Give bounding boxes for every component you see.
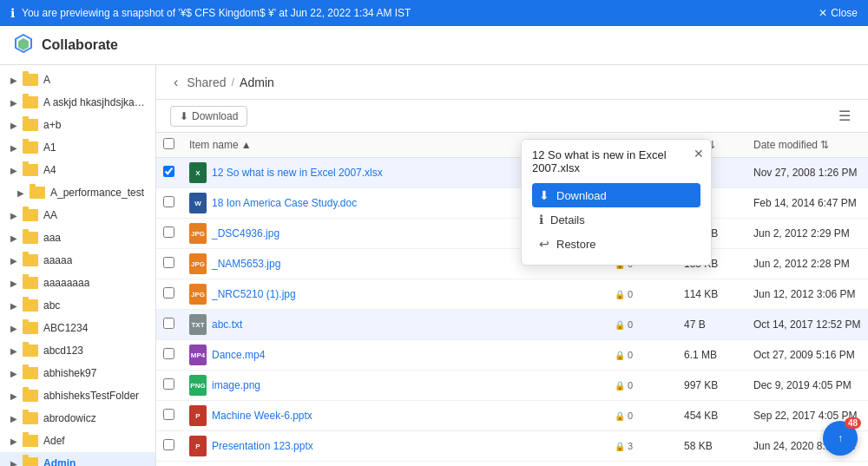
file-name[interactable]: Dance.mp4 xyxy=(212,349,265,361)
expand-icon[interactable]: ▶ xyxy=(5,98,23,108)
sidebar-item-abc1234[interactable]: ▶ABC1234 xyxy=(0,317,155,339)
breadcrumb-back-button[interactable]: ‹ xyxy=(170,75,181,90)
folder-icon xyxy=(23,254,38,266)
file-name[interactable]: image.png xyxy=(212,379,260,391)
file-size: 6.1 MB xyxy=(677,340,746,371)
file-name[interactable]: 12 So what is new in Excel 2007.xlsx xyxy=(212,167,383,179)
action-label: Details xyxy=(550,213,585,226)
folder-icon xyxy=(23,119,38,131)
file-type-icon: X xyxy=(189,162,207,183)
row-checkbox[interactable] xyxy=(163,226,174,238)
file-type-icon: PNG xyxy=(189,375,207,396)
file-name[interactable]: _NAM5653.jpg xyxy=(212,258,280,270)
breadcrumb-current: Admin xyxy=(240,75,274,89)
folder-icon xyxy=(23,367,38,379)
expand-icon[interactable]: ▶ xyxy=(5,211,23,220)
table-row[interactable]: MP4Dance.mp4🔒06.1 MBOct 27, 2009 5:16 PM xyxy=(156,340,868,371)
view-toggle: ☰ xyxy=(835,106,854,126)
folder-icon xyxy=(23,277,38,289)
select-all-checkbox[interactable] xyxy=(163,138,174,149)
row-checkbox[interactable] xyxy=(163,439,174,450)
banner-text: You are previewing a snapshot of '¥$ CFS… xyxy=(22,7,812,19)
table-row[interactable]: PPresentation 123.pptx🔒358 KBJun 24, 202… xyxy=(156,431,868,462)
expand-icon[interactable]: ▶ xyxy=(5,369,23,378)
file-name[interactable]: _NRC5210 (1).jpg xyxy=(212,288,296,300)
expand-icon[interactable]: ▶ xyxy=(5,256,23,266)
expand-icon[interactable]: ▶ xyxy=(12,188,30,198)
date-sort-icon: ⇅ xyxy=(820,139,829,151)
table-row[interactable]: PNGimage.png🔒0997 KBDec 9, 2019 4:05 PM xyxy=(156,371,868,401)
popup-action-details[interactable]: ℹDetails xyxy=(532,207,700,232)
expand-icon[interactable]: ▶ xyxy=(5,346,23,356)
restore-icon: ↩ xyxy=(539,237,549,251)
expand-icon[interactable]: ▶ xyxy=(5,324,23,333)
file-name[interactable]: 18 Ion America Case Study.doc xyxy=(212,197,357,209)
expand-icon[interactable]: ▶ xyxy=(5,414,23,423)
row-checkbox[interactable] xyxy=(163,196,174,207)
sidebar-item-a4[interactable]: ▶A4 xyxy=(0,159,155,181)
popup-close-button[interactable]: ✕ xyxy=(694,147,704,161)
expand-icon[interactable]: ▶ xyxy=(5,436,23,446)
expand-icon[interactable]: ▶ xyxy=(5,75,23,85)
expand-icon[interactable]: ▶ xyxy=(5,279,23,288)
table-row[interactable]: PNGScreen Shot 2019-12-09 at 1.57.33 PM.… xyxy=(156,462,868,467)
download-button[interactable]: ⬇ Download xyxy=(170,106,247,127)
table-row[interactable]: JPG_NAM5653.jpg🔒0135 KBJun 2, 2012 2:28 … xyxy=(156,249,868,279)
sidebar-item-a_askjd_hkasjhdsjkaghs[interactable]: ▶A askjd hkasjhdsjkaghs xyxy=(0,91,155,114)
table-row[interactable]: JPG_NRC5210 (1).jpg🔒0114 KBJun 12, 2012 … xyxy=(156,279,868,310)
file-size: 47 B xyxy=(677,310,746,340)
upload-badge[interactable]: ↑ 48 xyxy=(823,421,858,456)
row-checkbox[interactable] xyxy=(163,348,174,359)
table-row[interactable]: X12 So what is new in Excel 2007.xlsx🔒02… xyxy=(156,158,868,188)
file-name[interactable]: Machine Week-6.pptx xyxy=(212,410,312,422)
sidebar-item-a+b[interactable]: ▶a+b xyxy=(0,114,155,136)
expand-icon[interactable]: ▶ xyxy=(5,391,23,401)
date-col-header[interactable]: Date modified⇅ xyxy=(746,133,868,158)
popup-action-download[interactable]: ⬇Download xyxy=(532,183,700,207)
sidebar-item-abc[interactable]: ▶abc xyxy=(0,294,155,317)
row-checkbox[interactable] xyxy=(163,287,174,299)
sidebar-item-abrodowicz[interactable]: ▶abrodowicz xyxy=(0,407,155,430)
expand-icon[interactable]: ▶ xyxy=(5,121,23,130)
expand-icon[interactable]: ▶ xyxy=(5,233,23,243)
sidebar-item-abhishekstestfolder[interactable]: ▶abhisheksTestFolder xyxy=(0,384,155,407)
folder-icon xyxy=(23,141,38,154)
table-row[interactable]: JPG_DSC4936.jpg🔒0118 KBJun 2, 2012 2:29 … xyxy=(156,219,868,249)
popup-action-restore[interactable]: ↩Restore xyxy=(532,232,700,256)
expand-icon[interactable]: ▶ xyxy=(5,459,23,467)
row-checkbox[interactable] xyxy=(163,166,174,177)
list-view-button[interactable]: ☰ xyxy=(835,106,854,126)
breadcrumb-shared[interactable]: Shared xyxy=(187,75,226,89)
sidebar-item-abcd123[interactable]: ▶abcd123 xyxy=(0,339,155,362)
expand-icon[interactable]: ▶ xyxy=(5,143,23,153)
sidebar-item-aa[interactable]: ▶AA xyxy=(0,204,155,226)
table-row[interactable]: TXTabc.txt🔒047 BOct 14, 2017 12:52 PM xyxy=(156,310,868,340)
sidebar-item-adef[interactable]: ▶Adef xyxy=(0,430,155,452)
sidebar-item-a1[interactable]: ▶A1 xyxy=(0,136,155,159)
file-name[interactable]: abc.txt xyxy=(212,318,242,331)
sidebar-item-label: A4 xyxy=(43,164,56,176)
expand-icon[interactable]: ▶ xyxy=(5,301,23,311)
content-area: ‹ Shared / Admin ⬇ Download ☰ xyxy=(156,65,868,466)
sidebar-item-aaa[interactable]: ▶aaa xyxy=(0,226,155,249)
file-name[interactable]: Presentation 123.pptx xyxy=(212,440,313,452)
row-checkbox[interactable] xyxy=(163,318,174,329)
sidebar-item-aaaaa[interactable]: ▶aaaaa xyxy=(0,249,155,272)
table-row[interactable]: W18 Ion America Case Study.doc🔒024 KBFeb… xyxy=(156,188,868,219)
sidebar-item-a_performance_test[interactable]: ▶A_performance_test xyxy=(0,181,155,204)
file-size: 997 KB xyxy=(677,371,746,401)
sidebar-item-a[interactable]: ▶A xyxy=(0,69,155,91)
file-type-icon: JPG xyxy=(189,223,207,244)
row-checkbox[interactable] xyxy=(163,257,174,268)
row-checkbox[interactable] xyxy=(163,378,174,390)
sidebar-item-abhishek97[interactable]: ▶abhishek97 xyxy=(0,362,155,384)
file-name[interactable]: _DSC4936.jpg xyxy=(212,227,279,240)
sidebar-item-aaaaaaaa[interactable]: ▶aaaaaaaa xyxy=(0,272,155,294)
expand-icon[interactable]: ▶ xyxy=(5,166,23,175)
status-count: 0 xyxy=(628,410,633,421)
table-row[interactable]: PMachine Week-6.pptx🔒0454 KBSep 22, 2017… xyxy=(156,401,868,431)
folder-icon xyxy=(23,322,38,334)
row-checkbox[interactable] xyxy=(163,409,174,420)
sidebar-item-admin[interactable]: ▶Admin xyxy=(0,452,155,466)
banner-close-button[interactable]: ✕ Close xyxy=(819,7,858,19)
